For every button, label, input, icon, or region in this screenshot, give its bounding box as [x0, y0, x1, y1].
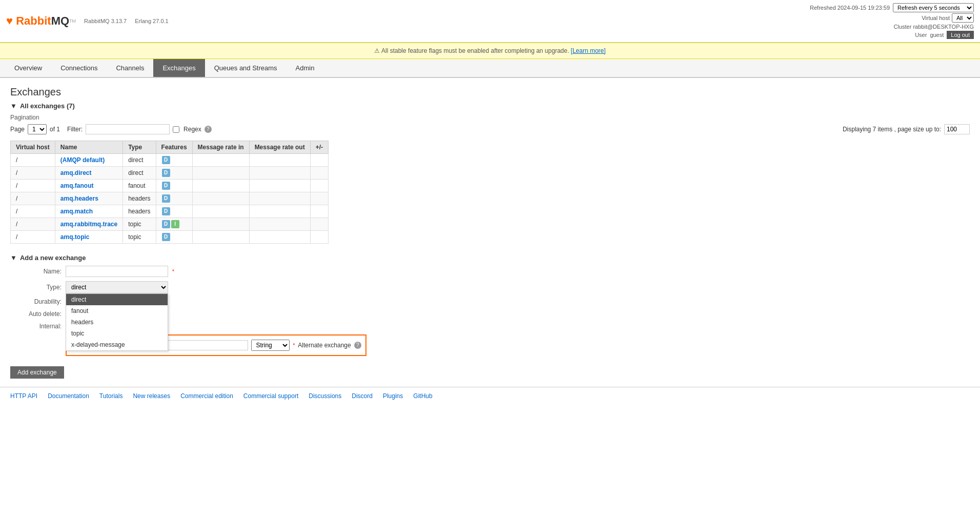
footer-plugins[interactable]: Plugins [383, 392, 403, 400]
argument-value-input[interactable] [166, 340, 248, 350]
table-header: Virtual host Name Type Features Message … [11, 141, 329, 154]
row-features: DI [156, 218, 192, 231]
feature-badge-d: D [162, 194, 170, 203]
exchange-name-link[interactable]: amq.rabbitmq.trace [60, 221, 117, 228]
type-dropdown-wrapper: direct fanout headers topic x-delayed-me… [66, 281, 168, 293]
row-type: fanout [123, 180, 156, 192]
feature-badge-d: D [162, 220, 170, 228]
argument-type-select[interactable]: String Number Boolean [251, 340, 290, 351]
name-input[interactable] [66, 266, 168, 277]
header-right: Refreshed 2024-09-15 19:23:59 Manually R… [810, 3, 974, 39]
nav-item-channels[interactable]: Channels [107, 59, 153, 77]
exchange-name-link[interactable]: (AMQP default) [60, 156, 105, 164]
exchange-name-link[interactable]: amq.headers [60, 195, 98, 202]
nav-item-admin[interactable]: Admin [287, 59, 324, 77]
refreshed-text: Refreshed 2024-09-15 19:23:59 [810, 5, 890, 11]
table-row: /amq.rabbitmq.tracetopicDI [11, 218, 329, 231]
row-features: D [156, 180, 192, 192]
dropdown-item-direct[interactable]: direct [66, 294, 168, 305]
pagination-row: Page 1 of 1 Filter: Regex ? Displaying 7… [10, 124, 970, 134]
exchange-name-link[interactable]: amq.match [60, 208, 93, 215]
warning-banner: ⚠ All stable feature flags must be enabl… [0, 43, 980, 59]
feature-badge-d: D [162, 182, 170, 190]
row-plus-minus [310, 180, 328, 192]
virtual-host-label: Virtual host [922, 15, 950, 21]
type-dropdown-menu: direct fanout headers topic x-delayed-me… [66, 293, 168, 351]
row-vhost: / [11, 218, 55, 231]
footer-commercial-edition[interactable]: Commercial edition [180, 392, 233, 400]
nav-item-connections[interactable]: Connections [51, 59, 107, 77]
dropdown-item-x-delayed[interactable]: x-delayed-message [66, 339, 168, 350]
row-type: topic [123, 218, 156, 231]
feature-badge-d: D [162, 207, 170, 215]
erlang-info: Erlang 27.0.1 [135, 18, 168, 24]
virtual-host-select[interactable]: All / [952, 13, 974, 23]
page-select[interactable]: 1 [28, 124, 47, 134]
logo: ♥ Rabbit MQ TM [6, 14, 76, 28]
filter-input[interactable] [86, 124, 170, 134]
feature-badge-i: I [171, 220, 179, 228]
exchange-name-link[interactable]: amq.fanout [60, 182, 94, 189]
all-exchanges-header[interactable]: ▼ All exchanges (7) [10, 102, 970, 110]
row-rate-out [249, 205, 310, 218]
row-rate-in [192, 192, 249, 205]
row-rate-in [192, 167, 249, 180]
all-exchanges-toggle-icon: ▼ [10, 102, 17, 110]
page-title: Exchanges [10, 86, 970, 98]
feature-badge-d: D [162, 156, 170, 164]
user-label: User [915, 32, 927, 38]
col-vhost: Virtual host [11, 141, 55, 154]
footer-discord[interactable]: Discord [352, 392, 373, 400]
row-name: (AMQP default) [55, 154, 122, 167]
dropdown-item-topic[interactable]: topic [66, 328, 168, 339]
footer-github[interactable]: GitHub [413, 392, 432, 400]
row-type: direct [123, 167, 156, 180]
durability-label: Durability: [10, 298, 62, 305]
user-value: guest [930, 32, 944, 38]
logo-tm-text: TM [69, 18, 76, 24]
table-row: /amq.fanoutfanoutD [11, 180, 329, 192]
row-features: D [156, 205, 192, 218]
footer-discussions[interactable]: Discussions [309, 392, 341, 400]
row-name: amq.headers [55, 192, 122, 205]
row-rate-out [249, 218, 310, 231]
exchange-name-link[interactable]: amq.topic [60, 233, 90, 241]
nav-item-exchanges[interactable]: Exchanges [153, 59, 205, 77]
warning-learn-more-link[interactable]: [Learn more] [571, 47, 606, 54]
table-row: /(AMQP default)directD [11, 154, 329, 167]
argument-required-star: * [293, 343, 295, 348]
name-label: Name: [10, 268, 62, 275]
type-select[interactable]: direct fanout headers topic x-delayed-me… [66, 281, 168, 293]
regex-checkbox[interactable] [173, 126, 179, 133]
exchange-name-link[interactable]: amq.direct [60, 169, 92, 176]
page-size-input[interactable] [944, 124, 970, 134]
row-name: amq.topic [55, 231, 122, 244]
regex-help-icon[interactable]: ? [205, 126, 212, 133]
footer-documentation[interactable]: Documentation [48, 392, 89, 400]
nav-item-queues[interactable]: Queues and Streams [205, 59, 287, 77]
add-exchange-button[interactable]: Add exchange [10, 366, 64, 379]
nav-item-overview[interactable]: Overview [5, 59, 51, 77]
add-exchange-header[interactable]: ▼ Add a new exchange [10, 254, 970, 262]
col-plus-minus[interactable]: +/- [310, 141, 328, 154]
row-features: D [156, 154, 192, 167]
footer-http-api[interactable]: HTTP API [10, 392, 37, 400]
row-plus-minus [310, 218, 328, 231]
dropdown-item-fanout[interactable]: fanout [66, 305, 168, 317]
row-type: topic [123, 231, 156, 244]
logout-button[interactable]: Log out [947, 31, 974, 39]
col-rate-in: Message rate in [192, 141, 249, 154]
table-row: /amq.headersheadersD [11, 192, 329, 205]
alternate-exchange-help-icon[interactable]: ? [354, 342, 361, 349]
cluster-row: Cluster rabbit@DESKTOP-HXG [894, 24, 974, 30]
footer-commercial-support[interactable]: Commercial support [243, 392, 298, 400]
refresh-select[interactable]: Manually Refresh every 5 seconds Refresh… [893, 3, 974, 12]
col-rate-out: Message rate out [249, 141, 310, 154]
footer-new-releases[interactable]: New releases [133, 392, 170, 400]
footer-tutorials[interactable]: Tutorials [99, 392, 123, 400]
dropdown-item-headers[interactable]: headers [66, 317, 168, 328]
of-label: of 1 [50, 126, 60, 133]
row-rate-out [249, 192, 310, 205]
table-row: /amq.topictopicD [11, 231, 329, 244]
row-type: direct [123, 154, 156, 167]
